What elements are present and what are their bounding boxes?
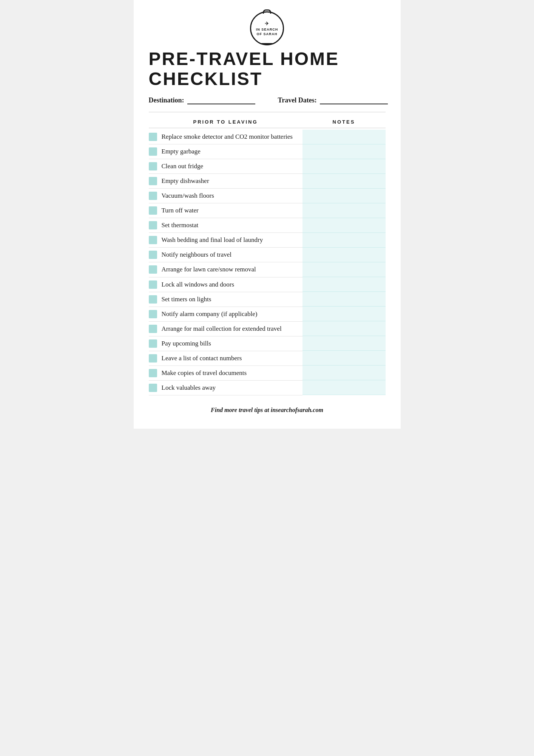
- list-item: Make copies of travel documents: [149, 366, 302, 381]
- item-label: Set thermostat: [162, 221, 199, 229]
- list-item: Wash bedding and final load of laundry: [149, 233, 302, 248]
- destination-label: Destination:: [149, 96, 184, 104]
- note-box: [302, 130, 386, 144]
- item-label: Turn off water: [162, 206, 199, 215]
- footer: Find more travel tips at insearchofsarah…: [149, 407, 386, 414]
- note-box: [302, 233, 386, 248]
- checkbox-icon[interactable]: [149, 251, 157, 259]
- list-item: Lock all windows and doors: [149, 277, 302, 292]
- checkbox-icon[interactable]: [149, 354, 157, 363]
- checkbox-icon[interactable]: [149, 369, 157, 377]
- divider: [149, 112, 386, 112]
- list-item: Set timers on lights: [149, 292, 302, 307]
- list-item: Empty dishwasher: [149, 174, 302, 189]
- notes-boxes: [302, 130, 386, 395]
- checkbox-icon[interactable]: [149, 162, 157, 170]
- notes-column-header: NOTES: [302, 116, 386, 128]
- checkbox-icon[interactable]: [149, 280, 157, 289]
- note-box: [302, 351, 386, 366]
- item-label: Leave a list of contact numbers: [162, 354, 242, 363]
- footer-text: Find more travel tips at insearchofsarah…: [211, 407, 323, 413]
- item-label: Empty garbage: [162, 147, 201, 156]
- note-box: [302, 366, 386, 380]
- note-box: [302, 189, 386, 203]
- item-label: Arrange for mail collection for extended…: [162, 325, 282, 333]
- checkbox-icon[interactable]: [149, 206, 157, 215]
- list-item: Replace smoke detector and CO2 monitor b…: [149, 130, 302, 144]
- checkbox-icon[interactable]: [149, 221, 157, 229]
- logo-text: IN SEARCH OF SARAH: [256, 28, 278, 36]
- note-box: [302, 248, 386, 262]
- item-label: Make copies of travel documents: [162, 369, 247, 377]
- item-label: Notify alarm company (if applicable): [162, 310, 258, 318]
- note-box: [302, 174, 386, 189]
- checkbox-icon[interactable]: [149, 310, 157, 318]
- destination-line: [187, 96, 255, 104]
- list-item: Turn off water: [149, 203, 302, 218]
- travel-dates-field: Travel Dates:: [278, 96, 388, 104]
- checkbox-icon[interactable]: [149, 265, 157, 274]
- destination-field: Destination:: [149, 96, 255, 104]
- page: ✈ IN SEARCH OF SARAH PRE-TRAVEL HOME CHE…: [134, 0, 401, 429]
- checkbox-icon[interactable]: [149, 325, 157, 333]
- checklist-column: PRIOR TO LEAVING Replace smoke detector …: [149, 116, 302, 396]
- item-label: Pay upcoming bills: [162, 339, 211, 348]
- list-item: Notify neighbours of travel: [149, 248, 302, 262]
- checkbox-icon[interactable]: [149, 177, 157, 185]
- page-title: PRE-TRAVEL HOME CHECKLIST: [149, 49, 386, 89]
- note-box: [302, 203, 386, 218]
- item-label: Notify neighbours of travel: [162, 251, 232, 259]
- note-box: [302, 292, 386, 307]
- table-wrapper: PRIOR TO LEAVING Replace smoke detector …: [149, 116, 386, 396]
- checkbox-icon[interactable]: [149, 133, 157, 141]
- list-item: Set thermostat: [149, 218, 302, 233]
- note-box: [302, 277, 386, 292]
- checkbox-icon[interactable]: [149, 384, 157, 392]
- logo-area: ✈ IN SEARCH OF SARAH: [149, 11, 386, 45]
- note-box: [302, 307, 386, 321]
- checkbox-icon[interactable]: [149, 295, 157, 304]
- logo-plane-icon: ✈: [265, 20, 269, 27]
- checkbox-icon[interactable]: [149, 339, 157, 348]
- list-item: Arrange for lawn care/snow removal: [149, 262, 302, 277]
- travel-dates-line: [320, 96, 388, 104]
- fields-row: Destination: Travel Dates:: [149, 96, 386, 104]
- item-label: Set timers on lights: [162, 295, 211, 304]
- travel-dates-label: Travel Dates:: [278, 96, 317, 104]
- item-label: Clean out fridge: [162, 162, 203, 170]
- checkbox-icon[interactable]: [149, 147, 157, 156]
- checklist-list: Replace smoke detector and CO2 monitor b…: [149, 130, 302, 396]
- checkbox-icon[interactable]: [149, 236, 157, 244]
- note-box: [302, 321, 386, 336]
- list-item: Lock valuables away: [149, 381, 302, 395]
- checkbox-icon[interactable]: [149, 192, 157, 200]
- note-box: [302, 380, 386, 395]
- item-label: Arrange for lawn care/snow removal: [162, 265, 256, 274]
- note-box: [302, 336, 386, 351]
- list-item: Empty garbage: [149, 144, 302, 159]
- list-item: Clean out fridge: [149, 159, 302, 174]
- item-label: Vacuum/wash floors: [162, 192, 214, 200]
- list-item: Vacuum/wash floors: [149, 189, 302, 203]
- note-box: [302, 262, 386, 277]
- checklist-column-header: PRIOR TO LEAVING: [149, 116, 302, 128]
- notes-column: NOTES: [302, 116, 386, 396]
- item-label: Replace smoke detector and CO2 monitor b…: [162, 133, 293, 141]
- list-item: Pay upcoming bills: [149, 336, 302, 351]
- item-label: Wash bedding and final load of laundry: [162, 236, 263, 244]
- list-item: Leave a list of contact numbers: [149, 351, 302, 366]
- note-box: [302, 144, 386, 159]
- item-label: Empty dishwasher: [162, 177, 209, 185]
- note-box: [302, 159, 386, 174]
- item-label: Lock valuables away: [162, 384, 216, 392]
- list-item: Notify alarm company (if applicable): [149, 307, 302, 322]
- item-label: Lock all windows and doors: [162, 280, 235, 289]
- logo-circle: ✈ IN SEARCH OF SARAH: [250, 11, 284, 45]
- note-box: [302, 218, 386, 233]
- list-item: Arrange for mail collection for extended…: [149, 322, 302, 336]
